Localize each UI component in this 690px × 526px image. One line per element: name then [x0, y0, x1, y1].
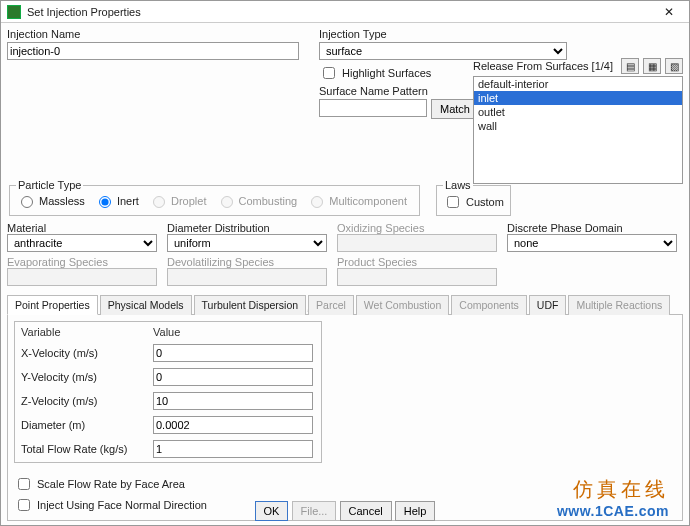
- evaporating-species-select: [7, 268, 157, 286]
- table-row: Total Flow Rate (kg/s): [17, 438, 319, 460]
- cancel-button[interactable]: Cancel: [340, 501, 392, 521]
- tab-point-properties[interactable]: Point Properties: [7, 295, 98, 315]
- surface-name-pattern-input[interactable]: [319, 99, 427, 117]
- app-icon: [7, 5, 21, 19]
- particle-type-inert[interactable]: Inert: [94, 193, 139, 208]
- tab-multiple-reactions: Multiple Reactions: [568, 295, 670, 315]
- diameter-dist-select[interactable]: uniform: [167, 234, 327, 252]
- evaporating-species-label: Evaporating Species: [7, 256, 157, 268]
- surfaces-listbox[interactable]: default-interior inlet outlet wall: [473, 76, 683, 184]
- file-button: File...: [292, 501, 337, 521]
- variable-table: VariableValue X-Velocity (m/s) Y-Velocit…: [14, 321, 322, 463]
- scale-flow-rate-checkbox[interactable]: Scale Flow Rate by Face Area: [14, 475, 185, 493]
- ok-button[interactable]: OK: [255, 501, 289, 521]
- highlight-surfaces-checkbox[interactable]: Highlight Surfaces: [319, 64, 431, 82]
- list-item[interactable]: inlet: [474, 91, 682, 105]
- footer: OK File... Cancel Help: [1, 501, 689, 521]
- tab-turbulent-dispersion[interactable]: Turbulent Dispersion: [194, 295, 307, 315]
- help-button[interactable]: Help: [395, 501, 436, 521]
- table-row: X-Velocity (m/s): [17, 342, 319, 364]
- oxidizing-species-select: [337, 234, 497, 252]
- z-velocity-input[interactable]: [153, 392, 313, 410]
- laws-custom-checkbox[interactable]: Custom: [443, 193, 504, 211]
- select-all-icon[interactable]: ▦: [643, 58, 661, 74]
- title-bar: Set Injection Properties ✕: [1, 1, 689, 23]
- match-button[interactable]: Match: [431, 99, 479, 119]
- particle-type-droplet[interactable]: Droplet: [148, 193, 206, 208]
- particle-type-label: Particle Type: [16, 179, 83, 191]
- injection-type-label: Injection Type: [319, 28, 569, 40]
- injection-name-input[interactable]: [7, 42, 299, 60]
- particle-type-multicomponent[interactable]: Multicomponent: [306, 193, 407, 208]
- injection-name-label: Injection Name: [7, 28, 307, 40]
- discrete-phase-domain-select[interactable]: none: [507, 234, 677, 252]
- particle-type-combusting[interactable]: Combusting: [216, 193, 298, 208]
- tab-wet-combustion: Wet Combustion: [356, 295, 449, 315]
- diameter-input[interactable]: [153, 416, 313, 434]
- material-label: Material: [7, 222, 157, 234]
- list-item[interactable]: default-interior: [474, 77, 682, 91]
- tab-udf[interactable]: UDF: [529, 295, 567, 315]
- table-row: Y-Velocity (m/s): [17, 366, 319, 388]
- set-injection-properties-window: Set Injection Properties ✕ 1CAE.COM Inje…: [0, 0, 690, 526]
- deselect-all-icon[interactable]: ▧: [665, 58, 683, 74]
- laws-label: Laws: [443, 179, 473, 191]
- tab-body: VariableValue X-Velocity (m/s) Y-Velocit…: [7, 315, 683, 521]
- table-row: Diameter (m): [17, 414, 319, 436]
- client-area: 1CAE.COM Injection Name Injection Type s…: [1, 24, 689, 525]
- product-species-label: Product Species: [337, 256, 497, 268]
- devolatilizing-species-label: Devolatilizing Species: [167, 256, 327, 268]
- close-button[interactable]: ✕: [655, 5, 683, 19]
- product-species-select: [337, 268, 497, 286]
- devolatilizing-species-select: [167, 268, 327, 286]
- toggle-list-icon[interactable]: ▤: [621, 58, 639, 74]
- oxidizing-species-label: Oxidizing Species: [337, 222, 497, 234]
- discrete-phase-domain-label: Discrete Phase Domain: [507, 222, 677, 234]
- window-title: Set Injection Properties: [27, 6, 655, 18]
- release-from-surfaces-label: Release From Surfaces [1/4]: [473, 60, 617, 72]
- list-item[interactable]: outlet: [474, 105, 682, 119]
- list-item[interactable]: wall: [474, 119, 682, 133]
- variable-header: Variable: [17, 324, 147, 340]
- value-header: Value: [149, 324, 319, 340]
- particle-type-massless[interactable]: Massless: [16, 193, 85, 208]
- material-select[interactable]: anthracite: [7, 234, 157, 252]
- y-velocity-input[interactable]: [153, 368, 313, 386]
- table-row: Z-Velocity (m/s): [17, 390, 319, 412]
- tab-physical-models[interactable]: Physical Models: [100, 295, 192, 315]
- tab-parcel: Parcel: [308, 295, 354, 315]
- diameter-dist-label: Diameter Distribution: [167, 222, 327, 234]
- total-flow-rate-input[interactable]: [153, 440, 313, 458]
- tab-components: Components: [451, 295, 527, 315]
- x-velocity-input[interactable]: [153, 344, 313, 362]
